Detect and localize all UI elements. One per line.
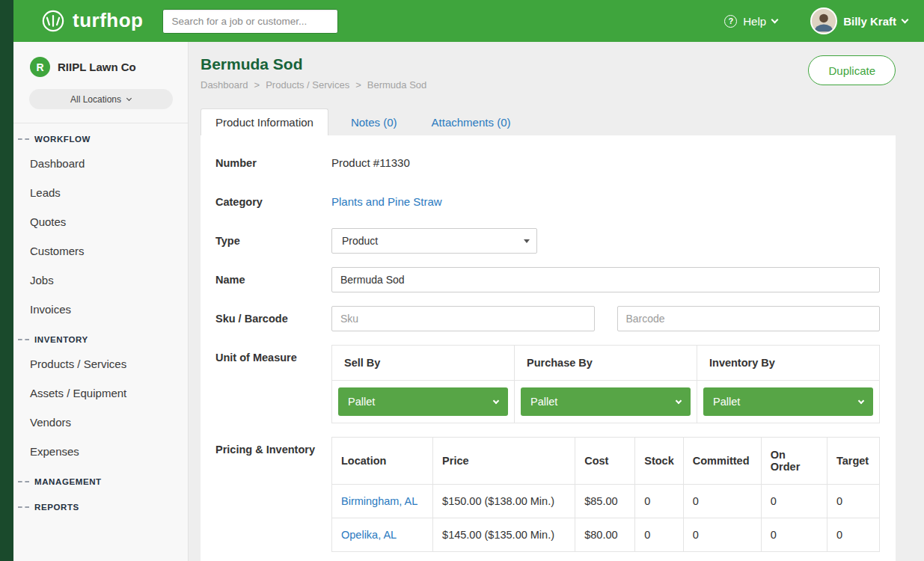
- sidebar-item-quotes[interactable]: Quotes: [13, 207, 188, 236]
- brand-logo[interactable]: turfhop: [40, 8, 143, 34]
- inventory-by-value: Pallet: [713, 396, 740, 408]
- number-value: Product #11330: [331, 150, 880, 176]
- column-header-target: Target: [827, 438, 879, 485]
- dashes-icon: [18, 506, 29, 508]
- sidebar-edge-strip: [0, 0, 13, 561]
- unit-of-measure-table: Sell By Purchase By Inventory By Pallet: [331, 345, 880, 423]
- help-label: Help: [743, 15, 766, 28]
- location-link-birmingham[interactable]: Birmingham, AL: [341, 495, 417, 507]
- on-order-cell: 0: [761, 485, 827, 518]
- sidebar-item-jobs[interactable]: Jobs: [13, 266, 188, 295]
- dashes-icon: [18, 339, 29, 340]
- pricing-inventory-label: Pricing & Inventory: [215, 437, 331, 458]
- type-select-value: Product: [342, 235, 378, 247]
- sidebar-item-customers[interactable]: Customers: [13, 236, 188, 266]
- sidebar-item-expenses[interactable]: Expenses: [13, 437, 188, 466]
- type-select[interactable]: Product: [331, 228, 537, 254]
- number-row: Number Product #11330: [215, 150, 880, 176]
- chevron-down-icon: [902, 16, 909, 23]
- sku-barcode-label: Sku / Barcode: [215, 306, 331, 327]
- tabs-bar: Product Information Notes (0) Attachment…: [201, 108, 896, 135]
- caret-down-icon: [524, 239, 530, 243]
- tab-product-information[interactable]: Product Information: [201, 108, 328, 135]
- barcode-input[interactable]: [617, 306, 881, 331]
- company-header: R RIIPL Lawn Co: [13, 57, 188, 89]
- duplicate-button[interactable]: Duplicate: [808, 55, 896, 85]
- dashes-icon: [18, 138, 29, 140]
- column-header-committed: Committed: [683, 438, 761, 485]
- cost-cell: $80.00: [575, 518, 635, 552]
- page-title: Bermuda Sod: [201, 55, 426, 73]
- company-name: RIIPL Lawn Co: [58, 61, 136, 73]
- table-row: Opelika, AL $145.00 ($135.00 Min.) $80.0…: [332, 518, 880, 552]
- sidebar-section-workflow: WORKFLOW: [13, 123, 188, 149]
- category-label: Category: [215, 189, 331, 210]
- unit-of-measure-row: Unit of Measure Sell By Purchase By Inve…: [215, 345, 880, 423]
- brand-name: turfhop: [73, 10, 143, 32]
- column-header-cost: Cost: [575, 438, 635, 485]
- chevron-down-icon: [126, 96, 132, 101]
- sidebar-section-label: REPORTS: [34, 503, 79, 512]
- purchase-by-dropdown[interactable]: Pallet: [521, 387, 691, 416]
- sidebar-item-products-services[interactable]: Products / Services: [13, 349, 188, 378]
- sku-input[interactable]: [331, 306, 595, 331]
- sidebar-item-assets-equipment[interactable]: Assets / Equipment: [13, 378, 188, 408]
- pricing-inventory-row: Pricing & Inventory Location Price Cost …: [215, 437, 880, 552]
- sku-barcode-row: Sku / Barcode: [215, 306, 880, 331]
- breadcrumb: Dashboard > Products / Services > Bermud…: [201, 79, 426, 91]
- uom-header-sell-by: Sell By: [332, 346, 515, 381]
- sidebar-item-invoices[interactable]: Invoices: [13, 295, 188, 324]
- breadcrumb-dashboard[interactable]: Dashboard: [201, 79, 248, 91]
- sidebar-item-dashboard[interactable]: Dashboard: [13, 149, 188, 178]
- breadcrumb-current: Bermuda Sod: [367, 79, 427, 91]
- top-header: turfhop ? Help Billy Kraft: [13, 0, 924, 42]
- location-link-opelika[interactable]: Opelika, AL: [341, 529, 397, 541]
- sidebar-section-reports: REPORTS: [13, 491, 188, 517]
- pricing-header-row: Location Price Cost Stock Committed On O…: [332, 438, 880, 485]
- sidebar-section-inventory: INVENTORY: [13, 324, 188, 349]
- sidebar-section-label: MANAGEMENT: [34, 477, 102, 486]
- stock-cell: 0: [635, 485, 684, 518]
- column-header-stock: Stock: [635, 438, 684, 485]
- user-name: Billy Kraft: [843, 15, 896, 28]
- sidebar-item-vendors[interactable]: Vendors: [13, 408, 188, 437]
- category-row: Category Plants and Pine Straw: [215, 189, 880, 215]
- breadcrumb-products-services[interactable]: Products / Services: [266, 79, 349, 91]
- breadcrumb-separator: >: [254, 79, 260, 91]
- breadcrumb-separator: >: [355, 79, 361, 91]
- committed-cell: 0: [683, 518, 761, 552]
- name-row: Name: [215, 267, 880, 292]
- inventory-by-dropdown[interactable]: Pallet: [703, 387, 873, 416]
- number-label: Number: [215, 150, 331, 171]
- tab-notes[interactable]: Notes (0): [339, 109, 409, 135]
- sidebar-section-label: INVENTORY: [34, 335, 88, 344]
- chevron-down-icon: [771, 16, 779, 23]
- product-information-card: Number Product #11330 Category Plants an…: [201, 135, 896, 561]
- search-input[interactable]: [162, 9, 338, 34]
- name-input[interactable]: [331, 267, 880, 292]
- category-link[interactable]: Plants and Pine Straw: [331, 195, 442, 208]
- chevron-down-icon: [493, 397, 499, 403]
- sidebar-section-management: MANAGEMENT: [13, 466, 188, 491]
- help-menu[interactable]: ? Help: [724, 15, 777, 28]
- sidebar-item-leads[interactable]: Leads: [13, 178, 188, 207]
- chevron-down-icon: [676, 397, 682, 403]
- column-header-on-order: On Order: [761, 438, 827, 485]
- sell-by-dropdown[interactable]: Pallet: [338, 387, 508, 416]
- tab-attachments[interactable]: Attachments (0): [420, 109, 523, 135]
- locations-dropdown[interactable]: All Locations: [29, 89, 173, 109]
- user-menu[interactable]: Billy Kraft: [810, 7, 908, 34]
- on-order-cell: 0: [761, 518, 827, 552]
- committed-cell: 0: [683, 485, 761, 518]
- pricing-inventory-table: Location Price Cost Stock Committed On O…: [331, 437, 880, 552]
- price-cell: $150.00 ($138.00 Min.): [433, 485, 575, 518]
- target-cell: 0: [827, 485, 879, 518]
- type-row: Type Product: [215, 228, 880, 254]
- sidebar-nav: WORKFLOW Dashboard Leads Quotes Customer…: [13, 123, 188, 517]
- user-avatar: [810, 7, 837, 34]
- target-cell: 0: [827, 518, 879, 552]
- type-label: Type: [215, 228, 331, 249]
- cost-cell: $85.00: [575, 485, 635, 518]
- locations-label: All Locations: [70, 94, 121, 105]
- unit-of-measure-label: Unit of Measure: [215, 345, 331, 366]
